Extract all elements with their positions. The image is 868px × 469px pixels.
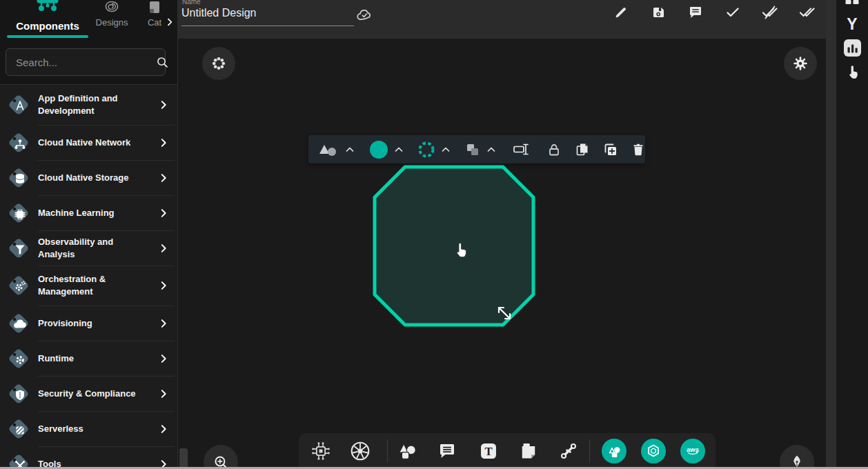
right-toolbar: Y [836,0,868,469]
edge-tool-button[interactable] [558,441,579,461]
lock-icon [546,141,562,158]
shapes-tool-button[interactable] [397,441,419,461]
machine-learning-icon [6,200,32,226]
sidebar-item-provisioning[interactable]: Provisioning [0,306,177,341]
lock-button[interactable] [546,141,562,158]
chevron-right-icon [157,279,170,292]
orchestration-icon [6,272,32,299]
hexagon-library-button[interactable] [641,439,666,463]
circuit-tool-button[interactable] [310,440,332,462]
sidebar-item-tools[interactable]: Tools [0,446,177,469]
interaction-mode-button[interactable] [836,63,868,81]
duplicate-button[interactable] [574,141,591,158]
validate-button[interactable] [724,3,742,21]
tabs-scroll-right-icon[interactable] [164,17,175,28]
shapes-icon [397,441,419,461]
search-icon[interactable] [155,54,170,70]
recenter-button[interactable] [202,47,235,80]
active-tab-underline [7,35,88,38]
chart-panel-button[interactable] [836,39,868,57]
save-button[interactable] [649,3,667,21]
fill-color-button[interactable] [369,140,388,159]
svg-text:T: T [484,445,492,458]
shapes-menu-icon [317,141,339,159]
sidebar-item-cloud-native-network[interactable]: Cloud Native Network [0,125,177,160]
shapes-library-icon [602,439,627,463]
design-canvas[interactable]: T [178,39,826,469]
sidebar-item-observability[interactable]: Observability and Analysis [0,230,177,266]
chevron-right-icon [157,242,170,255]
shapes-library-button[interactable] [602,439,627,463]
resize-width-button[interactable] [512,141,530,158]
add-to-design-icon [602,141,619,158]
edge-link-icon [558,441,579,461]
sidebar-item-serverless[interactable]: Serverless [0,411,177,446]
interaction-hand-icon [844,63,861,81]
sidebar-item-orchestration[interactable]: Orchestration & Management [0,266,177,306]
shapes-menu-button[interactable] [317,141,339,159]
edit-icon [613,4,629,21]
zoom-in-button[interactable] [204,445,238,469]
group-shapes-button[interactable] [464,141,481,158]
dock-divider [589,439,590,463]
canvas-left-scroll-stub[interactable] [179,448,188,467]
chevron-right-icon [157,317,170,330]
add-to-design-button[interactable] [602,141,619,158]
delete-button[interactable] [631,141,646,158]
design-name-input[interactable]: Untitled Design [181,7,354,26]
stroke-style-expand[interactable] [440,143,452,156]
chevron-right-icon [157,172,170,184]
chevron-up-icon [440,143,452,156]
chevron-right-icon [157,137,170,149]
sidebar-item-cloud-native-storage[interactable]: Cloud Native Storage [0,160,177,195]
sidebar-item-security[interactable]: Security & Compliance [0,376,177,411]
designs-rose-icon [92,0,131,15]
pen-tool-button[interactable] [780,445,814,469]
aws-library-button[interactable]: aws [680,439,705,463]
catalog-icon [142,0,167,15]
kubernetes-tool-button[interactable] [348,439,372,463]
tab-catalog[interactable]: Cat [142,0,167,28]
edit-button[interactable] [612,3,630,21]
yaml-toggle-button[interactable]: Y [836,15,868,34]
group-shapes-expand[interactable] [485,143,497,156]
sidebar-item-runtime[interactable]: Runtime [0,341,177,376]
tab-components[interactable]: Components [7,0,88,38]
components-icon [7,0,88,15]
canvas-dock: T [299,433,716,469]
comment-button[interactable] [687,3,704,21]
aws-library-icon: aws [680,439,705,463]
shapes-menu-expand[interactable] [344,143,356,156]
resize-width-icon [512,141,530,158]
text-tool-icon: T [478,441,499,461]
tab-designs-label: Designs [92,17,131,28]
comment-icon [437,441,457,461]
chevron-right-icon [157,352,170,365]
stroke-style-button[interactable] [417,141,435,159]
search-input[interactable] [14,56,155,69]
note-tool-button[interactable] [518,441,539,461]
note-icon [518,441,539,461]
canvas-settings-button[interactable] [784,47,817,80]
search-box [6,48,166,76]
provisioning-icon [6,310,32,337]
chevron-right-icon [157,423,170,435]
dock-divider [387,439,388,463]
chevron-up-icon [393,143,405,156]
deploy-button[interactable] [798,3,816,21]
tab-components-label: Components [7,20,88,32]
text-tool-button[interactable]: T [478,441,499,461]
sidebar-tabs: Components Designs Cat [0,0,178,39]
sidebar-item-machine-learning[interactable]: Machine Learning [0,195,177,230]
resize-handle-icon[interactable] [495,304,513,322]
fill-color-expand[interactable] [393,143,405,156]
panel-columns-button[interactable] [836,0,868,5]
deploy-double-check-icon [798,4,816,21]
sidebar-item-app-definition[interactable]: App Definition and Development [0,85,177,125]
undeploy-button[interactable] [761,3,779,21]
comment-tool-button[interactable] [437,441,457,461]
network-icon [6,130,32,156]
group-shapes-icon [464,141,481,158]
vertical-scrollbar[interactable] [826,0,836,469]
tab-designs[interactable]: Designs [92,0,131,28]
